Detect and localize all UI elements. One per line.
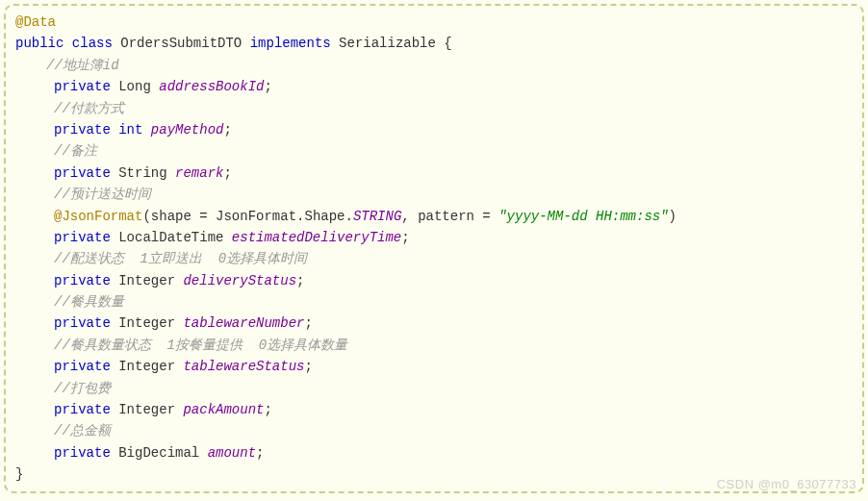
keyword-public: public (15, 36, 64, 51)
comment-packamount: //打包费 (15, 378, 853, 399)
field-tablewarenumber: private Integer tablewareNumber; (15, 313, 853, 334)
close-brace-line: } (15, 463, 853, 485)
annotation-jsonformat: @JsonFormat (54, 209, 142, 224)
field-tablewarestatus: private Integer tablewareStatus; (15, 356, 853, 377)
field-deliverystatus: private Integer deliveryStatus; (15, 270, 853, 291)
comment-estimateddeliverytime: //预计送达时间 (15, 184, 853, 205)
class-name: OrdersSubmitDTO (120, 36, 242, 51)
field-estimateddeliverytime: private LocalDateTime estimatedDeliveryT… (15, 227, 853, 248)
comment-remark: //备注 (15, 140, 853, 162)
keyword-implements: implements (250, 36, 331, 51)
comment-tablewarestatus: //餐具数量状态 1按餐量提供 0选择具体数量 (15, 335, 853, 356)
keyword-class: class (72, 36, 113, 51)
open-brace: { (444, 36, 451, 51)
comment-deliverystatus: //配送状态 1立即送出 0选择具体时间 (15, 248, 853, 269)
class-declaration-line: public class OrdersSubmitDTO implements … (15, 33, 853, 54)
comment-paymethod: //付款方式 (15, 98, 853, 119)
comment-tablewarenumber: //餐具数量 (15, 291, 853, 313)
annotation-data: @Data (15, 14, 56, 30)
annotation-jsonformat-line: @JsonFormat(shape = JsonFormat.Shape.STR… (15, 206, 853, 227)
field-packamount: private Integer packAmount; (15, 399, 853, 420)
field-paymethod: private int payMethod; (15, 119, 853, 140)
comment-addressbookid: //地址簿id (15, 55, 853, 76)
annotation-data-line: @Data (15, 12, 853, 33)
field-addressbookid: private Long addressBookId; (15, 76, 853, 97)
comment-amount: //总金额 (15, 420, 853, 441)
field-amount: private BigDecimal amount; (15, 442, 853, 463)
interface-name: Serializable (339, 36, 436, 51)
code-block: @Data public class OrdersSubmitDTO imple… (4, 4, 864, 493)
field-remark: private String remark; (15, 163, 853, 184)
